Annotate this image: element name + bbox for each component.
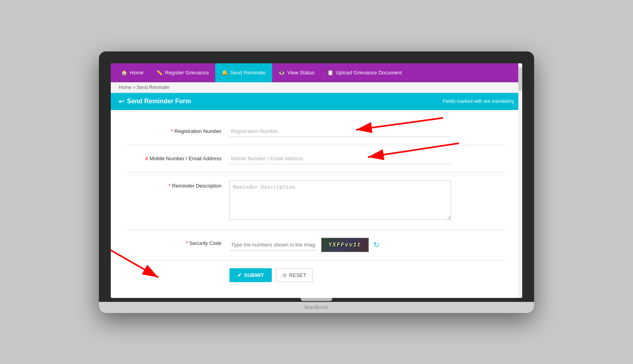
captcha-image: YXFFvv1t	[321, 238, 369, 252]
nav-upload-document[interactable]: 📋 Upload Grievance Document	[321, 63, 408, 82]
laptop-base	[99, 302, 534, 313]
submit-button[interactable]: ✔ SUBMIT	[229, 268, 272, 282]
reset-button[interactable]: ⊙ RESET	[276, 268, 313, 282]
eye-icon: 👁️	[279, 70, 285, 76]
nav-home-label: Home	[130, 70, 144, 76]
submit-icon: ✔	[237, 272, 242, 278]
required-marker: *	[171, 128, 173, 134]
nav-register-grievance[interactable]: ✏️ Register Grievance	[150, 63, 215, 82]
reset-label: RESET	[289, 272, 306, 278]
nav-view-status[interactable]: 👁️ View Status	[272, 63, 320, 82]
hash-marker: #	[145, 155, 148, 161]
scroll-thumb[interactable]	[518, 67, 522, 91]
form-header: ↩ Send Reminder Form Fields marked with …	[111, 93, 522, 110]
form-body: * Registration Number	[111, 110, 522, 298]
reminder-description-row: * Reminder Description	[127, 173, 506, 230]
nav-status-label: View Status	[287, 70, 314, 76]
form-title-text: Send Reminder Form	[127, 98, 191, 105]
security-code-label: * Security Code	[127, 238, 229, 246]
nav-reminder-label: Send Reminder	[230, 70, 266, 76]
edit-icon: ✏️	[156, 70, 163, 76]
reminder-description-wrap	[229, 180, 506, 222]
nav-send-reminder[interactable]: 🔔 Send Reminder	[215, 63, 272, 82]
scrollbar[interactable]	[518, 63, 522, 298]
registration-number-wrap	[229, 126, 506, 137]
nav-upload-label: Upload Grievance Document	[336, 70, 402, 76]
refresh-icon: ↻	[373, 241, 379, 249]
mobile-email-row: # Mobile Number / Email Address	[127, 145, 506, 173]
mandatory-note: Fields marked with are mandatory	[443, 99, 514, 104]
captcha-text: YXFFvv1t	[328, 242, 361, 248]
security-input-group: YXFFvv1t ↻	[229, 238, 506, 252]
button-row: ✔ SUBMIT ⊙ RESET	[127, 260, 506, 290]
registration-number-input[interactable]	[229, 126, 451, 137]
mobile-email-wrap	[229, 153, 506, 164]
upload-icon: 📋	[327, 70, 334, 76]
registration-number-row: * Registration Number	[127, 118, 506, 145]
mobile-email-label: # Mobile Number / Email Address	[127, 153, 229, 161]
laptop-screen: 🏠 Home ✏️ Register Grievance 🔔 Send Remi…	[111, 63, 522, 298]
registration-number-label: * Registration Number	[127, 126, 229, 134]
mandatory-note-text: Fields marked with are mandatory	[443, 99, 514, 104]
reset-icon: ⊙	[282, 272, 287, 278]
breadcrumb: Home » Send Reminder	[111, 82, 522, 93]
navbar: 🏠 Home ✏️ Register Grievance 🔔 Send Remi…	[111, 63, 522, 82]
captcha-refresh-button[interactable]: ↻	[373, 241, 379, 249]
mobile-email-input[interactable]	[229, 153, 451, 164]
reminder-description-label: * Reminder Description	[127, 180, 229, 189]
security-code-input[interactable]	[229, 239, 316, 250]
nav-register-label: Register Grievance	[165, 70, 209, 76]
nav-home[interactable]: 🏠 Home	[115, 63, 150, 82]
laptop-notch	[301, 298, 332, 301]
laptop-outer: 🏠 Home ✏️ Register Grievance 🔔 Send Remi…	[99, 51, 534, 313]
bell-icon: 🔔	[222, 70, 228, 76]
required-marker-sec: *	[186, 240, 188, 246]
security-code-row: * Security Code YXFFvv1t ↻	[127, 230, 506, 260]
form-title-icon: ↩	[119, 98, 124, 105]
submit-label: SUBMIT	[244, 272, 264, 278]
home-icon: 🏠	[121, 70, 127, 76]
security-code-wrap: YXFFvv1t ↻	[229, 238, 506, 252]
reminder-description-input[interactable]	[229, 180, 451, 220]
breadcrumb-text: Home » Send Reminder	[119, 85, 170, 90]
required-marker-desc: *	[169, 183, 171, 189]
form-title: ↩ Send Reminder Form	[119, 98, 191, 105]
